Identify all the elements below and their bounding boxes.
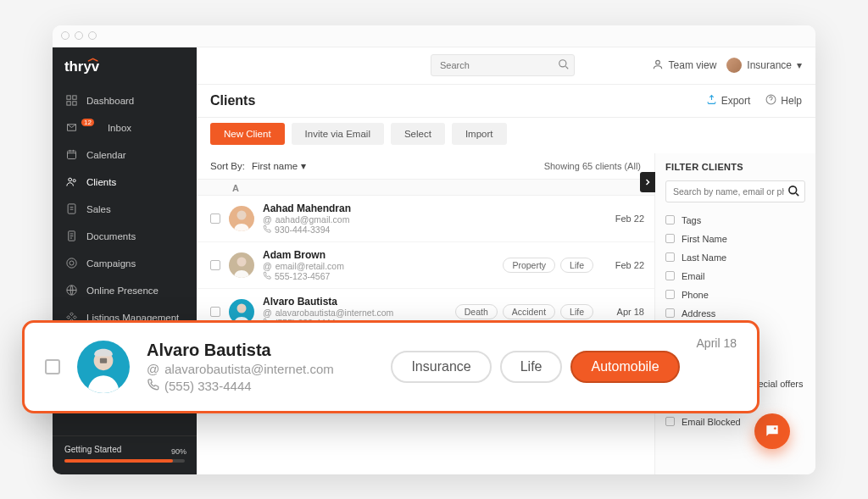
filter-item-phone[interactable]: Phone xyxy=(665,286,805,304)
sidebar-item-clients[interactable]: Clients xyxy=(53,169,197,196)
account-name: Insurance xyxy=(747,59,792,71)
filter-item-tags[interactable]: Tags xyxy=(665,211,805,230)
filter-item-last-name[interactable]: Last Name xyxy=(665,248,805,267)
select-button[interactable]: Select xyxy=(391,123,445,145)
chevron-down-icon: ▾ xyxy=(797,59,802,71)
client-date: April 18 xyxy=(697,336,737,350)
tag-pill[interactable]: Life xyxy=(560,304,593,319)
tag-pill[interactable]: Accident xyxy=(503,304,555,319)
account-dropdown[interactable]: Insurance ▾ xyxy=(726,58,802,73)
sidebar-item-label: Inbox xyxy=(108,123,131,133)
sort-value: First name xyxy=(252,161,298,171)
client-email: aahad@gmail.com xyxy=(275,214,350,225)
phone-icon xyxy=(263,225,271,235)
filter-item-label: Last Name xyxy=(682,252,726,263)
tag-pill[interactable]: Life xyxy=(500,351,563,383)
invite-email-button[interactable]: Invite via Email xyxy=(292,123,384,145)
client-row[interactable]: Adam Brown @email@retail.com 555-123-456… xyxy=(197,242,654,289)
checkbox[interactable] xyxy=(665,252,675,262)
window-min-dot[interactable] xyxy=(75,31,83,40)
collapse-filter-handle[interactable] xyxy=(640,172,655,192)
checkbox[interactable] xyxy=(665,215,675,225)
client-phone: 930-444-3394 xyxy=(275,225,330,235)
phone-icon xyxy=(263,271,271,281)
svg-point-10 xyxy=(66,258,75,268)
filter-item-first-name[interactable]: First Name xyxy=(665,230,805,248)
checkbox[interactable] xyxy=(210,213,220,224)
filter-item-email[interactable]: Email xyxy=(665,267,805,286)
filter-search[interactable] xyxy=(665,180,805,202)
sidebar-item-inbox[interactable]: 12Inbox xyxy=(53,114,197,141)
svg-rect-8 xyxy=(68,204,75,213)
sidebar-item-label: Sales xyxy=(86,204,111,214)
nav-icon xyxy=(64,121,78,135)
checkbox[interactable] xyxy=(210,307,220,317)
client-tags: DeathAccidentLife xyxy=(455,304,593,319)
sidebar-item-sales[interactable]: Sales xyxy=(53,196,197,223)
sort-label: Sort By: xyxy=(210,161,245,171)
getting-started-block[interactable]: Getting Started 90% xyxy=(53,435,197,474)
team-view-label: Team view xyxy=(669,59,717,71)
at-icon: @ xyxy=(263,214,272,225)
window-max-dot[interactable] xyxy=(88,31,97,40)
filter-item-label: First Name xyxy=(682,234,727,244)
client-email: alavarobautista@internet.com xyxy=(164,362,334,376)
showing-count: Showing 65 clients (All) xyxy=(544,161,641,171)
client-row[interactable]: Aahad Mahendran @aahad@gmail.com 930-444… xyxy=(197,196,654,242)
import-button[interactable]: Import xyxy=(452,123,507,145)
help-link[interactable]: Help xyxy=(765,94,802,108)
tag-pill[interactable]: Life xyxy=(560,258,593,273)
search-icon xyxy=(787,185,800,199)
sidebar-item-calendar[interactable]: Calendar xyxy=(53,141,197,169)
client-date: Feb 22 xyxy=(602,213,644,224)
sidebar-item-documents[interactable]: Documents xyxy=(53,223,197,250)
svg-rect-1 xyxy=(66,96,70,99)
team-view-link[interactable]: Team view xyxy=(652,58,717,73)
sidebar-item-dashboard[interactable]: Dashboard xyxy=(53,87,197,114)
nav-icon xyxy=(64,202,78,216)
global-search[interactable] xyxy=(431,54,575,76)
search-icon xyxy=(558,58,570,74)
checkbox[interactable] xyxy=(665,308,675,318)
checkbox[interactable] xyxy=(665,417,675,426)
help-icon xyxy=(765,94,776,108)
nav-badge: 12 xyxy=(81,119,94,126)
checkbox[interactable] xyxy=(665,271,675,280)
client-phone: (555) 333-4444 xyxy=(164,379,252,393)
filter-search-input[interactable] xyxy=(665,180,805,202)
search-input[interactable] xyxy=(431,54,575,76)
svg-text:thryv: thryv xyxy=(64,58,100,74)
sidebar-item-online-presence[interactable]: Online Presence xyxy=(53,277,197,304)
tag-pill[interactable]: Automobile xyxy=(570,351,679,383)
filter-item-label: Address xyxy=(682,308,715,319)
checkbox[interactable] xyxy=(665,290,675,299)
tag-pill[interactable]: Property xyxy=(503,258,555,273)
sort-dropdown[interactable]: First name ▾ xyxy=(252,160,306,172)
checkbox[interactable] xyxy=(665,234,675,243)
new-client-button[interactable]: New Client xyxy=(210,123,285,145)
checkbox[interactable] xyxy=(210,260,220,270)
chat-fab[interactable] xyxy=(754,413,790,449)
sidebar-item-label: Online Presence xyxy=(86,286,159,296)
sidebar-item-label: Dashboard xyxy=(86,96,134,106)
checkbox[interactable] xyxy=(45,359,60,374)
svg-point-25 xyxy=(237,303,247,313)
filter-pane: FILTER CLIENTS TagsFirst NameLast NameEm… xyxy=(654,153,815,474)
client-tags: InsuranceLifeAutomobile xyxy=(391,351,679,383)
window-close-dot[interactable] xyxy=(61,31,70,40)
nav-icon xyxy=(64,94,78,108)
page-title: Clients xyxy=(210,93,255,108)
svg-point-18 xyxy=(655,60,659,64)
client-date: Feb 22 xyxy=(602,260,644,270)
app-logo: thryv xyxy=(53,47,197,87)
client-tags: PropertyLife xyxy=(503,258,593,273)
nav-icon xyxy=(64,257,78,270)
tag-pill[interactable]: Insurance xyxy=(391,351,491,383)
export-link[interactable]: Export xyxy=(706,94,751,108)
at-icon: @ xyxy=(147,362,159,376)
client-name: Adam Brown xyxy=(263,249,494,261)
svg-point-23 xyxy=(237,257,247,266)
sidebar-item-campaigns[interactable]: Campaigns xyxy=(53,250,197,277)
tag-pill[interactable]: Death xyxy=(455,304,498,319)
client-name: Aahad Mahendran xyxy=(263,202,585,214)
